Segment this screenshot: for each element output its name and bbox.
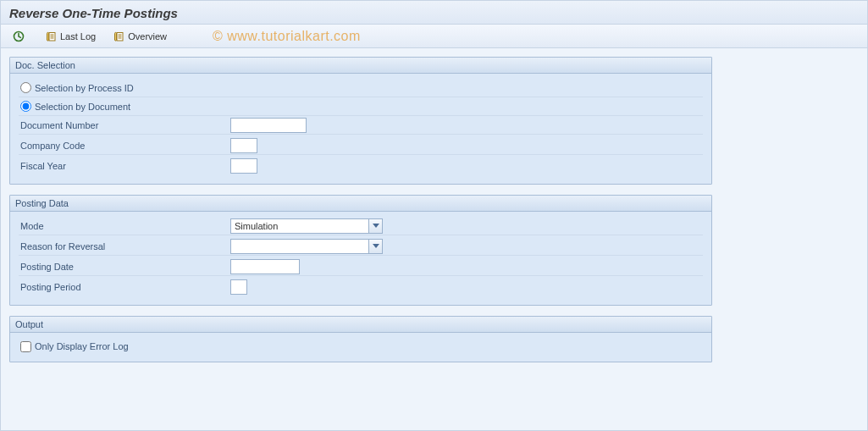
radio-by-document[interactable]	[20, 101, 31, 112]
execute-button[interactable]	[8, 29, 33, 44]
label-only-display-error-log: Only Display Error Log	[35, 341, 129, 351]
group-output: Output Only Display Error Log	[9, 316, 712, 362]
last-log-button[interactable]: Last Log	[40, 29, 101, 44]
input-document-number[interactable]	[230, 118, 307, 133]
label-mode: Mode	[19, 221, 230, 231]
clock-execute-icon	[13, 30, 25, 42]
radio-by-document-label: Selection by Document	[35, 102, 130, 112]
checkbox-only-display-error-log[interactable]	[20, 341, 31, 352]
select-mode-value: Simulation	[235, 221, 278, 231]
overview-label: Overview	[128, 31, 167, 41]
last-log-label: Last Log	[60, 31, 96, 41]
radio-by-process-id[interactable]	[20, 82, 31, 93]
input-company-code[interactable]	[230, 138, 257, 153]
content-area: Doc. Selection Selection by Process ID S…	[1, 48, 867, 381]
radio-by-process-id-label: Selection by Process ID	[35, 83, 134, 93]
select-reason-for-reversal[interactable]	[230, 239, 383, 254]
label-reason-for-reversal: Reason for Reversal	[19, 241, 230, 251]
overview-button[interactable]: Overview	[108, 29, 172, 44]
page-title: Reverse One-Time Postings	[9, 6, 178, 20]
select-mode[interactable]: Simulation	[230, 218, 383, 234]
group-header-posting-data: Posting Data	[10, 196, 711, 212]
group-header-doc-selection: Doc. Selection	[10, 58, 711, 74]
label-company-code: Company Code	[19, 141, 230, 151]
group-posting-data: Posting Data Mode Simulation Reason for …	[9, 195, 712, 306]
chevron-down-icon	[368, 240, 382, 253]
label-fiscal-year: Fiscal Year	[19, 161, 230, 171]
title-bar: Reverse One-Time Postings	[1, 1, 867, 25]
label-posting-date: Posting Date	[19, 262, 230, 272]
log-icon	[113, 30, 124, 42]
input-posting-date[interactable]	[230, 259, 300, 274]
input-fiscal-year[interactable]	[230, 158, 257, 174]
label-document-number: Document Number	[19, 120, 230, 130]
chevron-down-icon	[368, 219, 382, 233]
watermark: © www.tutorialkart.com	[213, 29, 361, 44]
input-posting-period[interactable]	[230, 279, 247, 295]
label-posting-period: Posting Period	[19, 282, 230, 292]
log-icon	[45, 30, 57, 42]
group-header-output: Output	[10, 317, 711, 333]
group-doc-selection: Doc. Selection Selection by Process ID S…	[9, 57, 712, 185]
toolbar: Last Log Overview © www.tutorialkart.com	[1, 25, 867, 48]
